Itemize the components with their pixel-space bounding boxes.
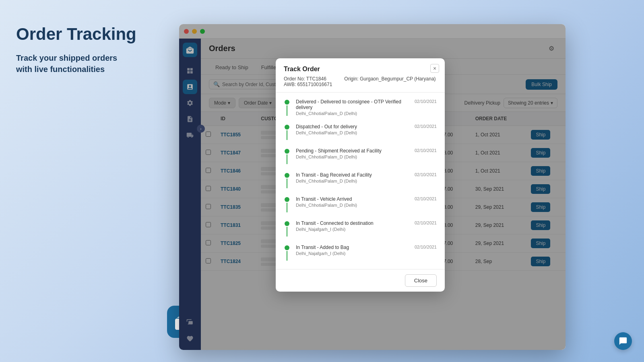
timeline-date: 02/10/2021 [415,99,437,104]
timeline-status: Delivered - Delivered to consignee - OTP… [296,99,411,110]
timeline-date: 02/10/2021 [415,124,437,129]
timeline-dot [285,173,289,178]
timeline-status: In Transit - Vehicle Arrived [296,196,357,202]
timeline-status-text: Dispatched - Out for delivery Delhi_Chho… [296,124,357,135]
timeline-dot-col [284,172,290,188]
modal-header: Track Order Order No: TTC1846 AWB: 65517… [276,58,445,93]
timeline-status: In Transit - Added to Bag [296,245,349,250]
timeline-date: 02/10/2021 [415,172,437,177]
left-panel: Order Tracking Track your shipped orders… [0,0,169,362]
timeline-status-text: In Transit - Connected to destination De… [296,220,374,232]
modal-origin: Origin: Gurgaon_Begumpur_CP (Haryana) [344,76,436,87]
timeline-row: In Transit - Connected to destination De… [296,220,437,232]
page-title: Order Tracking [16,24,153,44]
timeline-content: In Transit - Shipment Received at Facili… [296,269,437,269]
modal-overlay: Track Order Order No: TTC1846 AWB: 65517… [179,24,566,350]
timeline-dot-col [284,196,290,212]
timeline-status: Dispatched - Out for delivery [296,124,357,130]
timeline-status-text: In Transit - Bag Received at Facility De… [296,172,372,183]
timeline-date: 02/10/2021 [415,148,437,153]
timeline-content: In Transit - Vehicle Arrived Delhi_Chhot… [296,196,437,212]
timeline-dot [285,245,289,250]
timeline-dot-col [284,124,290,140]
timeline-item: In Transit - Shipment Received at Facili… [284,269,437,269]
track-order-modal: Track Order Order No: TTC1846 AWB: 65517… [276,58,445,292]
timeline-content: Delivered - Delivered to consignee - OTP… [296,99,437,116]
timeline-item: Delivered - Delivered to consignee - OTP… [284,99,437,116]
close-x-icon: × [433,65,436,72]
timeline-content: In Transit - Connected to destination De… [296,220,437,237]
timeline-status-text: In Transit - Vehicle Arrived Delhi_Chhot… [296,196,357,208]
timeline-item: In Transit - Added to Bag Delhi_Najafgar… [284,245,437,261]
timeline-dot [285,197,289,202]
timeline-status-text: In Transit - Shipment Received at Facili… [296,269,384,269]
timeline-dot [285,125,289,130]
chat-icon [619,337,627,346]
timeline-item: In Transit - Connected to destination De… [284,220,437,237]
timeline-status: In Transit - Shipment Received at Facili… [296,269,384,269]
modal-body: Delivered - Delivered to consignee - OTP… [276,93,445,269]
timeline-dot [285,100,289,105]
modal-awb: AWB: 6551710016671 [284,82,332,87]
timeline-row: In Transit - Bag Received at Facility De… [296,172,437,183]
browser-window: › Orders ⚙ Ready to Ship Fulfilled Deliv… [179,24,566,350]
timeline-status-text: In Transit - Added to Bag Delhi_Najafgar… [296,245,349,256]
modal-footer: Close [276,269,445,292]
timeline-status: In Transit - Bag Received at Facility [296,172,372,178]
timeline-content: In Transit - Bag Received at Facility De… [296,172,437,188]
timeline-location: Delhi_Najafgarh_I (Delhi) [296,227,374,232]
page-subtitle: Track your shipped orderswith live funct… [16,52,153,75]
timeline-content: In Transit - Added to Bag Delhi_Najafgar… [296,245,437,261]
timeline-dot-col [284,245,290,261]
modal-close-button[interactable]: Close [405,274,437,287]
timeline-date: 02/10/2021 [415,269,437,269]
timeline-location: Delhi_ChhotialPalam_D (Delhi) [296,154,382,159]
modal-info-left: Order No: TTC1846 AWB: 6551710016671 [284,76,332,87]
modal-order-info: Order No: TTC1846 AWB: 6551710016671 Ori… [284,76,437,87]
timeline-location: Delhi_ChhotialPalam_D (Delhi) [296,179,372,183]
timeline-row: Delivered - Delivered to consignee - OTP… [296,99,437,116]
timeline-row: In Transit - Shipment Received at Facili… [296,269,437,269]
timeline-location: Delhi_ChhotialPalam_D (Delhi) [296,203,357,208]
timeline-dot [285,221,289,226]
timeline-status-text: Pending - Shipment Received at Facility … [296,148,382,159]
timeline-status-text: Delivered - Delivered to consignee - OTP… [296,99,411,116]
timeline-row: In Transit - Added to Bag Delhi_Najafgar… [296,245,437,256]
timeline-dot [285,149,289,154]
modal-order-no: Order No: TTC1846 [284,76,332,82]
timeline-date: 02/10/2021 [415,220,437,225]
timeline-location: Delhi_Najafgarh_I (Delhi) [296,251,349,256]
timeline-dot-col [284,220,290,237]
timeline-location: Delhi_ChhotialPalam_D (Delhi) [296,111,411,116]
timeline-location: Delhi_ChhotialPalam_D (Delhi) [296,130,357,135]
timeline-status: Pending - Shipment Received at Facility [296,148,382,154]
timeline-dot-col [284,148,290,164]
timeline-row: In Transit - Vehicle Arrived Delhi_Chhot… [296,196,437,208]
modal-title: Track Order [284,66,437,73]
timeline-row: Dispatched - Out for delivery Delhi_Chho… [296,124,437,135]
chat-bubble-button[interactable] [614,332,632,350]
timeline-date: 02/10/2021 [415,245,437,249]
timeline-date: 02/10/2021 [415,196,437,201]
timeline-item: In Transit - Bag Received at Facility De… [284,172,437,188]
timeline-content: Pending - Shipment Received at Facility … [296,148,437,164]
timeline-dot-col [284,269,290,269]
timeline-status: In Transit - Connected to destination [296,220,374,226]
modal-close-x-button[interactable]: × [430,64,439,73]
timeline-dot-col [284,99,290,116]
timeline-item: In Transit - Vehicle Arrived Delhi_Chhot… [284,196,437,212]
timeline-row: Pending - Shipment Received at Facility … [296,148,437,159]
timeline-item: Dispatched - Out for delivery Delhi_Chho… [284,124,437,140]
timeline-item: Pending - Shipment Received at Facility … [284,148,437,164]
timeline-content: Dispatched - Out for delivery Delhi_Chho… [296,124,437,140]
timeline-container: Delivered - Delivered to consignee - OTP… [284,99,437,269]
